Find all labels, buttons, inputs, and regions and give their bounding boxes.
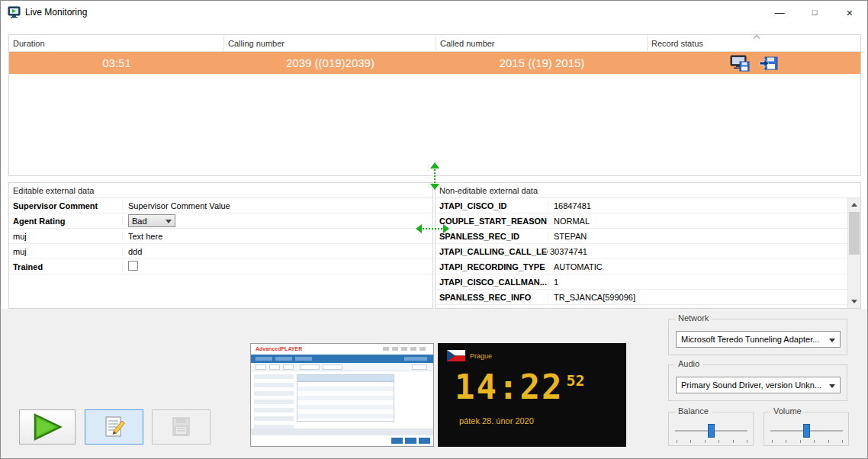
field-label: Supervisor Comment [9, 201, 123, 210]
editable-data-panel: Editable external data Supervisor Commen… [8, 182, 433, 309]
volume-slider[interactable] [770, 423, 843, 443]
splitter-arrow-down-icon [430, 184, 439, 190]
key-label: JTAPI_CISCO_CALLMAN... [436, 278, 548, 287]
arrow-down-icon [851, 300, 857, 303]
chevron-down-icon [166, 220, 172, 223]
call-row[interactable]: 03:51 2039 ((019)2039) 2015 ((19) 2015) [9, 52, 860, 74]
editable-row: Trained [9, 259, 432, 274]
data-row: SPANLESS_REC_INFO TR_SJANCA[599096] [436, 290, 847, 305]
edit-notes-button[interactable] [85, 409, 143, 445]
muj-text-value[interactable]: ddd [123, 247, 432, 256]
key-label: SPANLESS_REC_INFO [436, 293, 548, 302]
balance-slider-thumb[interactable] [708, 424, 715, 438]
volume-group-label: Volume [770, 406, 805, 416]
editable-row: Agent Rating Bad [9, 213, 432, 229]
splitter-arrow-up-icon [430, 162, 439, 169]
chevron-down-icon [829, 339, 835, 342]
key-label: SPANLESS_REC_ID [436, 232, 548, 241]
player-nav-bar [251, 355, 433, 363]
key-label: JTAPI_RECORDING_TYPE [436, 262, 548, 271]
edit-notes-icon [102, 415, 127, 439]
agent-rating-selected: Bad [132, 217, 147, 226]
voice-record-icon [759, 55, 778, 72]
clock-time: 14:22 52 [455, 369, 585, 406]
data-row: COUPLE_START_REASON NORMAL [436, 213, 847, 229]
player-screenshot-thumbnail[interactable]: AdvancedPLAYER [250, 343, 434, 447]
calling-number-cell: 2039 ((019)2039) [224, 52, 436, 74]
agent-rating-select[interactable]: Bad [128, 214, 175, 227]
save-button[interactable] [152, 409, 211, 445]
audio-device-select[interactable]: Primary Sound Driver, version Unkn... [676, 377, 841, 393]
column-header-called-number[interactable]: Called number [436, 35, 648, 51]
clock-screen-thumbnail[interactable]: Prague 14:22 52 pátek 28. únor 2020 [438, 343, 626, 447]
key-value: NORMAL [548, 217, 847, 226]
volume-slider-thumb[interactable] [803, 424, 810, 438]
audio-device-selected: Primary Sound Driver, version Unkn... [681, 380, 821, 390]
key-label: COUPLE_START_REASON [436, 217, 548, 226]
splitter-dashed-line [423, 228, 442, 230]
clock-hhmm: 14:22 [455, 369, 563, 406]
title-bar: Live Monitoring — □ × [1, 1, 867, 24]
column-header-record-status[interactable]: Record status [648, 35, 860, 51]
calls-table: Duration Calling number Called number Re… [8, 34, 861, 176]
network-group-label: Network [675, 313, 712, 323]
key-value: 1 [548, 278, 847, 287]
maximize-button[interactable]: □ [797, 1, 832, 24]
scroll-up-button[interactable] [848, 198, 860, 211]
vertical-scrollbar[interactable] [847, 198, 860, 308]
supervisor-comment-value[interactable]: Supervisor Comment Value [123, 201, 432, 210]
live-monitoring-window: Live Monitoring — □ × Duration Calling n… [0, 0, 868, 459]
player-sidebar [254, 374, 294, 432]
splitter-arrow-right-icon [443, 224, 449, 233]
vertical-splitter-handle[interactable] [429, 162, 441, 190]
network-adapter-selected: Microsoft Teredo Tunneling Adapter... [681, 335, 819, 344]
audio-group: Audio Primary Sound Driver, version Unkn… [668, 364, 847, 401]
duration-cell: 03:51 [9, 52, 224, 74]
screen-record-icon [730, 55, 750, 72]
player-logo: AdvancedPLAYER [256, 346, 302, 351]
muj-text-value[interactable]: Text here [123, 232, 432, 241]
horizontal-splitter-handle[interactable] [416, 223, 449, 235]
balance-group: Balance [668, 412, 754, 446]
network-group: Network Microsoft Teredo Tunneling Adapt… [668, 319, 847, 355]
key-value: TR_SJANCA[599096] [548, 293, 847, 302]
field-value [123, 261, 432, 272]
key-label: JTAPI_CISCO_ID [436, 201, 548, 210]
player-status-strip [251, 429, 433, 435]
record-status-cell [648, 52, 860, 74]
field-label: Agent Rating [9, 217, 123, 226]
data-row: JTAPI_CISCO_ID 16847481 [436, 198, 847, 213]
data-row: JTAPI_CALLING_CALL_LEG 30374741 [436, 244, 847, 259]
field-label: muj [9, 232, 123, 241]
app-icon [8, 6, 21, 18]
close-button[interactable]: × [832, 1, 867, 24]
slider-ticks [677, 440, 747, 443]
splitter-dashed-line [434, 169, 436, 183]
balance-slider[interactable] [675, 423, 747, 443]
czech-flag-icon [447, 350, 465, 361]
key-value: 30374741 [548, 247, 847, 256]
scrollbar-thumb[interactable] [849, 212, 860, 255]
slider-ticks [772, 440, 843, 443]
play-icon [30, 412, 65, 441]
editable-row: muj Text here [9, 229, 432, 244]
key-label: JTAPI_CALLING_CALL_LEG [436, 247, 548, 256]
sort-indicator-icon [754, 35, 760, 39]
column-header-duration[interactable]: Duration [9, 35, 224, 51]
calls-table-header: Duration Calling number Called number Re… [9, 35, 860, 52]
minimize-button[interactable]: — [762, 1, 797, 24]
field-label: Trained [9, 262, 123, 271]
audio-group-label: Audio [675, 359, 702, 368]
key-value: 16847481 [548, 201, 847, 210]
column-header-label: Record status [651, 39, 703, 48]
player-footer-buttons [391, 438, 430, 444]
scroll-down-button[interactable] [848, 295, 860, 308]
trained-checkbox[interactable] [128, 261, 138, 271]
window-title: Live Monitoring [25, 1, 87, 24]
player-menu-decoration [383, 347, 429, 351]
network-adapter-select[interactable]: Microsoft Teredo Tunneling Adapter... [676, 331, 841, 348]
field-value: Bad [123, 214, 432, 227]
arrow-up-icon [851, 203, 857, 207]
column-header-calling-number[interactable]: Calling number [224, 35, 436, 51]
play-button[interactable] [19, 409, 76, 445]
